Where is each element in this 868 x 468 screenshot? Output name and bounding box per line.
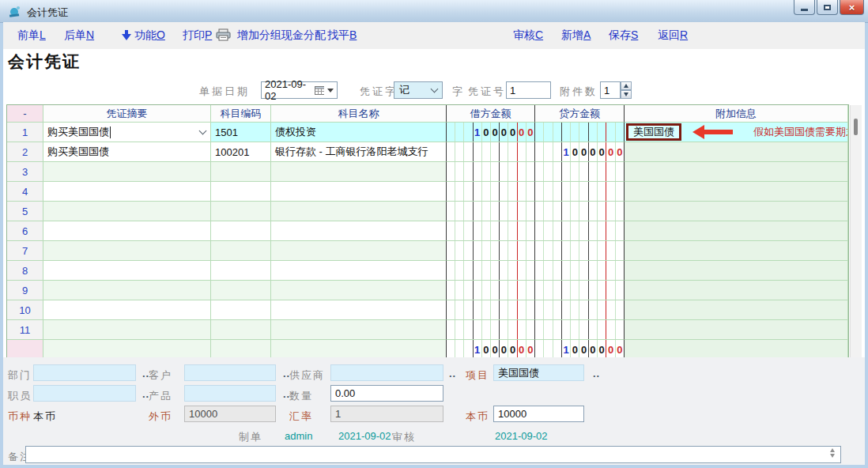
- amount-grid[interactable]: [535, 261, 624, 280]
- summary-cell[interactable]: [43, 221, 211, 241]
- summary-cell[interactable]: [43, 202, 211, 221]
- extra-info-cell[interactable]: 美国国债假如美国国债需要期末调汇: [625, 123, 848, 142]
- toolbar-item-增加分组[interactable]: 增加分组: [237, 28, 281, 43]
- supplier-lookup-button[interactable]: ..: [449, 368, 456, 379]
- summary-cell[interactable]: [43, 261, 211, 281]
- debit-amount-cell[interactable]: [447, 202, 535, 221]
- account-code-cell[interactable]: [211, 202, 271, 221]
- amount-grid[interactable]: [447, 182, 534, 201]
- account-name-cell[interactable]: [271, 221, 447, 241]
- summary-cell[interactable]: [43, 182, 211, 202]
- supplier-input[interactable]: [330, 364, 443, 381]
- amount-grid[interactable]: [535, 281, 624, 300]
- debit-amount-cell[interactable]: 1000000: [447, 123, 535, 142]
- amount-grid[interactable]: [447, 142, 534, 161]
- debit-amount-cell[interactable]: [447, 241, 535, 261]
- account-code-cell[interactable]: [211, 221, 271, 241]
- credit-amount-cell[interactable]: [535, 221, 625, 241]
- amount-grid[interactable]: 1000000: [447, 340, 534, 359]
- account-name-cell[interactable]: [271, 241, 447, 261]
- remark-input[interactable]: [25, 446, 841, 463]
- extra-info-cell[interactable]: [625, 300, 848, 320]
- date-input[interactable]: 2021-09-02: [261, 81, 338, 99]
- amount-grid[interactable]: [535, 221, 624, 240]
- chevron-down-icon[interactable]: [199, 127, 207, 135]
- staff-input[interactable]: [33, 385, 136, 402]
- extra-info-cell[interactable]: [625, 261, 848, 281]
- close-button[interactable]: ×: [840, 0, 864, 15]
- account-code-cell[interactable]: [211, 162, 271, 182]
- account-name-cell[interactable]: 银行存款 - 工商银行洛阳老城支行: [271, 142, 447, 162]
- debit-amount-cell[interactable]: [447, 221, 535, 241]
- debit-amount-cell[interactable]: [447, 182, 535, 202]
- customer-input[interactable]: [184, 364, 276, 381]
- account-code-cell[interactable]: [211, 241, 271, 261]
- account-code-cell[interactable]: 1501: [211, 123, 271, 142]
- table-scrollbar[interactable]: [850, 105, 862, 358]
- account-code-cell[interactable]: [211, 320, 271, 340]
- debit-amount-cell[interactable]: [447, 142, 535, 162]
- account-name-cell[interactable]: [271, 202, 447, 221]
- amount-grid[interactable]: [535, 182, 624, 201]
- summary-cell[interactable]: [43, 241, 211, 261]
- minimize-button[interactable]: [794, 0, 815, 15]
- debit-amount-cell[interactable]: [447, 281, 535, 300]
- account-name-cell[interactable]: [271, 261, 447, 281]
- account-code-cell[interactable]: [211, 182, 271, 202]
- account-name-cell[interactable]: [271, 320, 447, 340]
- stepper-up-button[interactable]: [621, 81, 632, 90]
- project-input[interactable]: 美国国债: [493, 364, 584, 381]
- credit-amount-cell[interactable]: [535, 182, 625, 202]
- account-name-cell[interactable]: [271, 281, 447, 300]
- debit-amount-cell[interactable]: [447, 261, 535, 281]
- credit-amount-cell[interactable]: [535, 300, 625, 320]
- debit-amount-cell[interactable]: [447, 162, 535, 182]
- toolbar-item-保存[interactable]: 保存S: [609, 28, 638, 43]
- account-code-cell[interactable]: [211, 281, 271, 300]
- account-code-cell[interactable]: [211, 261, 271, 281]
- extra-info-cell[interactable]: [625, 281, 848, 300]
- credit-amount-cell[interactable]: [535, 202, 625, 221]
- account-name-cell[interactable]: [271, 300, 447, 320]
- credit-amount-cell[interactable]: [535, 320, 625, 340]
- attachment-input[interactable]: 1: [600, 81, 621, 99]
- scrollbar-thumb[interactable]: [854, 119, 858, 135]
- voucher-word-select[interactable]: 记: [394, 81, 443, 99]
- toolbar-item-打印[interactable]: 打印P: [183, 28, 212, 43]
- toolbar-item-现金分配[interactable]: 现金分配: [281, 28, 326, 43]
- summary-cell[interactable]: [43, 162, 211, 182]
- maximize-button[interactable]: [817, 0, 838, 15]
- amount-grid[interactable]: [447, 261, 534, 280]
- debit-amount-cell[interactable]: [447, 320, 535, 340]
- summary-cell[interactable]: [43, 300, 211, 320]
- amount-grid[interactable]: [447, 320, 534, 339]
- extra-info-cell[interactable]: [625, 182, 848, 202]
- print-icon-button[interactable]: [216, 28, 231, 43]
- local-currency-input[interactable]: 10000: [493, 406, 584, 422]
- amount-grid[interactable]: 1000000: [447, 123, 534, 142]
- toolbar-item-功能[interactable]: 功能O: [122, 28, 165, 43]
- account-name-cell[interactable]: 债权投资: [271, 123, 447, 142]
- extra-info-cell[interactable]: [625, 142, 848, 162]
- credit-amount-cell[interactable]: [535, 162, 625, 182]
- amount-grid[interactable]: 1000000: [535, 142, 624, 161]
- amount-grid[interactable]: [447, 281, 534, 300]
- account-name-cell[interactable]: [271, 162, 447, 182]
- quantity-input[interactable]: 0.00: [330, 385, 443, 402]
- voucher-no-input[interactable]: 1: [506, 81, 551, 99]
- summary-cell[interactable]: 购买美国国债: [43, 142, 211, 162]
- amount-grid[interactable]: [535, 162, 624, 181]
- amount-grid[interactable]: [535, 300, 624, 319]
- amount-grid[interactable]: 1000000: [535, 340, 624, 359]
- account-name-cell[interactable]: [271, 182, 447, 202]
- summary-cell[interactable]: [43, 320, 211, 340]
- amount-grid[interactable]: [447, 300, 534, 319]
- extra-info-cell[interactable]: [625, 320, 848, 340]
- credit-amount-cell[interactable]: [535, 281, 625, 300]
- summary-cell[interactable]: [43, 281, 211, 300]
- extra-info-cell[interactable]: [625, 221, 848, 241]
- project-lookup-button[interactable]: ..: [593, 368, 600, 379]
- extra-info-cell[interactable]: [625, 241, 848, 261]
- credit-amount-cell[interactable]: [535, 261, 625, 281]
- product-input[interactable]: [184, 385, 276, 402]
